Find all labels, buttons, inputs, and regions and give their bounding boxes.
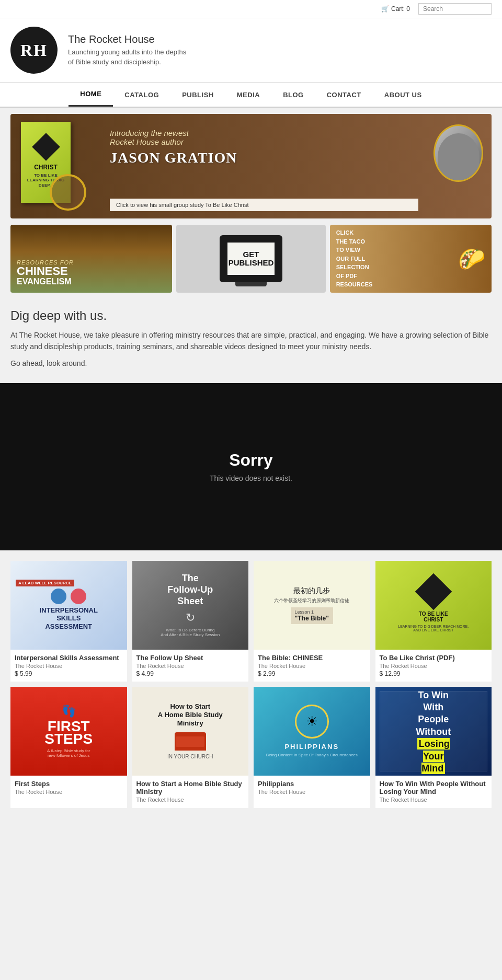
product-info-bible-chinese: The Bible: CHINESE The Rocket House $ 2.… xyxy=(254,650,370,682)
product-thumb-howtowin: HowTo WinWithPeopleWithoutLosingYourMind… xyxy=(375,687,492,776)
followup-title: TheFollow-UpSheet xyxy=(167,573,213,607)
product-firststeps[interactable]: 👣 FIRSTSTEPS A 6-step Bible study fornew… xyxy=(10,687,127,808)
main-content: CHRIST TO BE LIKELEARNING TO DIG DEEP...… xyxy=(0,114,502,378)
tobelike-diamond xyxy=(415,573,452,610)
logo-initials: RH xyxy=(20,41,48,60)
cart-icon: 🛒 xyxy=(381,5,389,13)
hero-intro2: Rocket House author xyxy=(110,137,237,146)
hero-author-name: JASON GRATION xyxy=(110,149,237,166)
product-info-firststeps: First Steps The Rocket House xyxy=(10,776,127,800)
product-title-howtowin: How To Win With People Without Losing Yo… xyxy=(380,780,488,795)
color-circles xyxy=(51,589,86,604)
hero-cta: Click to view his small group study To B… xyxy=(110,199,418,211)
lead-well-badge: A LEAD WELL RESOURCE xyxy=(16,580,74,586)
philippians-circle: ☀ xyxy=(295,705,329,739)
product-vendor-homebible: The Rocket House xyxy=(136,797,245,803)
product-info-followup: The Follow Up Sheet The Rocket House $ 4… xyxy=(132,650,249,682)
hero-banner[interactable]: CHRIST TO BE LIKELEARNING TO DIG DEEP...… xyxy=(10,114,492,218)
product-philippians[interactable]: ☀ PHILIPPIANS Being Content In Spite Of … xyxy=(254,687,370,808)
product-howtowin[interactable]: HowTo WinWithPeopleWithoutLosingYourMind… xyxy=(375,687,492,808)
product-homebible[interactable]: How to StartA Home Bible StudyMinistry I… xyxy=(132,687,249,808)
cart-link[interactable]: 🛒 Cart: 0 xyxy=(381,5,410,13)
video-message: This video does not exist. xyxy=(210,474,292,482)
intro-title: Dig deep with us. xyxy=(10,308,492,323)
promo-row: Resources for CHINESE EVANGELISM GETPUBL… xyxy=(10,225,492,293)
cart-count: Cart: 0 xyxy=(391,5,410,13)
interpersonal-title: INTERPERSONALSKILLSASSESSMENT xyxy=(40,606,98,631)
nav-media[interactable]: MEDIA xyxy=(225,84,271,106)
followup-arrow: ↻ xyxy=(186,611,195,625)
product-followup[interactable]: TheFollow-UpSheet ↻ What To Do Before Du… xyxy=(132,561,249,682)
product-thumb-bible-chinese: 最初的几步 六个带领圣经学习的原则帮助新信徒 Lesson 1 "The Bib… xyxy=(254,561,370,650)
products-row-1: A LEAD WELL RESOURCE INTERPERSONALSKILLS… xyxy=(10,561,492,682)
site-info: The Rocket House Launching young adults … xyxy=(68,33,186,66)
howtowin-title: HowTo WinWithPeopleWithoutLosingYourMind xyxy=(416,687,451,775)
philippians-title: PHILIPPIANS xyxy=(284,743,339,751)
couch-icon xyxy=(175,732,206,751)
nav-publish[interactable]: PUBLISH xyxy=(170,84,225,106)
intro-section: Dig deep with us. At The Rocket House, w… xyxy=(10,303,492,378)
product-thumb-homebible: How to StartA Home Bible StudyMinistry I… xyxy=(132,687,249,776)
product-price-bible-chinese: $ 2.99 xyxy=(258,670,366,677)
homebible-sub: IN YOUR CHURCH xyxy=(167,754,213,759)
tv-shape: GETPUBLISHED xyxy=(220,235,282,282)
promo-chinese-sub: EVANGELISM xyxy=(17,277,166,286)
product-bible-chinese[interactable]: 最初的几步 六个带领圣经学习的原则帮助新信徒 Lesson 1 "The Bib… xyxy=(254,561,370,682)
product-title-homebible: How to Start a Home Bible Study Ministry xyxy=(136,780,245,795)
site-name: The Rocket House xyxy=(68,33,186,45)
product-interpersonal[interactable]: A LEAD WELL RESOURCE INTERPERSONALSKILLS… xyxy=(10,561,127,682)
video-section: Sorry This video does not exist. xyxy=(0,383,502,550)
tv-screen: GETPUBLISHED xyxy=(227,243,275,275)
intro-cta: Go ahead, look around. xyxy=(10,359,492,367)
promo-taco[interactable]: CLICKTHE TACOTO VIEWOUR FULLSELECTIONOF … xyxy=(330,225,492,293)
nav-home[interactable]: HOME xyxy=(69,83,113,107)
nav-blog[interactable]: BLOG xyxy=(271,84,315,106)
promo-chinese-evangelism[interactable]: Resources for CHINESE EVANGELISM xyxy=(10,225,172,293)
product-vendor-firststeps: The Rocket House xyxy=(15,789,123,795)
product-info-howtowin: How To Win With People Without Losing Yo… xyxy=(375,776,492,808)
tobelike-sub: LEARNING TO DIG DEEP, REACH MORE,AND LIV… xyxy=(398,625,469,632)
promo-chinese-main: CHINESE xyxy=(17,266,166,277)
book-title: CHRIST xyxy=(34,164,58,171)
products-section: A LEAD WELL RESOURCE INTERPERSONALSKILLS… xyxy=(0,561,502,808)
product-info-tobelike: To Be Like Christ (PDF) The Rocket House… xyxy=(375,650,492,682)
firststeps-text: FIRSTSTEPS xyxy=(44,720,93,745)
homebible-title: How to StartA Home Bible StudyMinistry xyxy=(158,702,223,727)
video-sorry-text: Sorry xyxy=(229,451,273,470)
product-title-philippians: Philippians xyxy=(258,780,366,788)
nav-contact[interactable]: CONTACT xyxy=(315,84,373,106)
product-info-interpersonal: Interpersonal Skills Assessment The Rock… xyxy=(10,650,127,682)
product-info-philippians: Philippians The Rocket House xyxy=(254,776,370,800)
hero-author-photo xyxy=(433,124,483,182)
product-title-tobelike: To Be Like Christ (PDF) xyxy=(380,654,488,662)
hero-intro: Introducing the newest xyxy=(110,129,237,137)
firststeps-sub: A 6-step Bible study fornew followers of… xyxy=(47,748,90,758)
product-thumb-firststeps: 👣 FIRSTSTEPS A 6-step Bible study fornew… xyxy=(10,687,127,776)
product-thumb-followup: TheFollow-UpSheet ↻ What To Do Before Du… xyxy=(132,561,249,650)
nav-catalog[interactable]: CATALOG xyxy=(113,84,170,106)
promo-get-published[interactable]: GETPUBLISHED xyxy=(176,225,325,293)
search-input[interactable] xyxy=(418,3,492,15)
tv-stand xyxy=(235,282,267,286)
products-row-2: 👣 FIRSTSTEPS A 6-step Bible study fornew… xyxy=(10,687,492,808)
product-vendor-interpersonal: The Rocket House xyxy=(15,663,123,669)
chinese-chars: 最初的几步 xyxy=(293,586,330,596)
bible-lesson-badge: Lesson 1 "The Bible" xyxy=(291,607,333,624)
product-price-tobelike: $ 12.99 xyxy=(380,670,488,677)
site-header: RH The Rocket House Launching young adul… xyxy=(0,18,502,82)
promo-taco-text: CLICKTHE TACOTO VIEWOUR FULLSELECTIONOF … xyxy=(336,228,455,289)
hero-text: Introducing the newest Rocket House auth… xyxy=(110,129,237,166)
logo[interactable]: RH xyxy=(10,27,58,74)
product-title-firststeps: First Steps xyxy=(15,780,123,788)
product-thumb-tobelike: TO BE LIKECHRIST LEARNING TO DIG DEEP, R… xyxy=(375,561,492,650)
product-vendor-howtowin: The Rocket House xyxy=(380,797,488,803)
product-title-bible-chinese: The Bible: CHINESE xyxy=(258,654,366,662)
product-tobelike[interactable]: TO BE LIKECHRIST LEARNING TO DIG DEEP, R… xyxy=(375,561,492,682)
hero-plate xyxy=(50,174,86,211)
chinese-subtitle: 六个带领圣经学习的原则帮助新信徒 xyxy=(274,598,349,604)
feet-icon: 👣 xyxy=(62,705,76,718)
nav-about[interactable]: ABOUT US xyxy=(373,84,433,106)
product-vendor-bible-chinese: The Rocket House xyxy=(258,663,366,669)
product-vendor-tobelike: The Rocket House xyxy=(380,663,488,669)
product-title-followup: The Follow Up Sheet xyxy=(136,654,245,662)
